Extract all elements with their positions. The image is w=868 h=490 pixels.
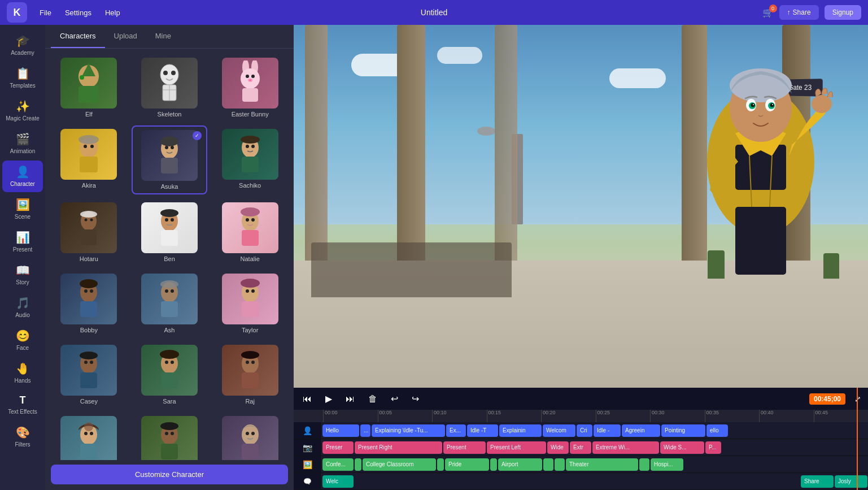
seg-present[interactable]: Present [443, 441, 486, 454]
sidebar-item-filters[interactable]: 🎨 Filters [2, 421, 43, 453]
seg-present-right[interactable]: Present Right [355, 441, 442, 454]
svg-point-52 [90, 289, 93, 293]
svg-point-22 [90, 145, 94, 148]
char-sachiko[interactable]: Sachiko [212, 125, 288, 194]
sidebar-item-story[interactable]: 📖 Story [2, 259, 43, 290]
svg-rect-74 [242, 372, 259, 388]
sidebar-item-hands[interactable]: 🤚 Hands [2, 357, 43, 389]
tab-characters[interactable]: Characters [51, 25, 105, 48]
timeline-undo[interactable]: ↩ [389, 391, 400, 406]
sidebar-item-templates[interactable]: 📋 Templates [2, 62, 43, 94]
seg-confe[interactable]: Confe... [322, 458, 354, 471]
seg-pride[interactable]: Pride [445, 458, 489, 471]
svg-rect-16 [242, 88, 258, 102]
seg-explainin[interactable]: Explainin [499, 424, 542, 437]
seg-welc[interactable]: Welc [322, 475, 354, 488]
seg-idle2[interactable]: Idle - [594, 424, 621, 437]
char-ben[interactable]: Ben [132, 199, 208, 266]
seg-share[interactable]: Share [801, 475, 834, 488]
nav-file[interactable]: File [36, 6, 55, 19]
customize-character-button[interactable]: Customize Character [51, 465, 288, 484]
seg-hello[interactable]: Hello [322, 424, 359, 437]
seg-preser[interactable]: Preser [322, 441, 354, 454]
timeline-redo[interactable]: ↪ [409, 391, 421, 406]
sidebar-item-magic[interactable]: ✨ Magic Create [2, 95, 43, 127]
timeline-expand[interactable]: ⤢ [854, 394, 861, 404]
seg-ex[interactable]: Ex... [446, 424, 466, 437]
seg-empty2[interactable] [555, 458, 565, 471]
seg-hospi[interactable]: Hospi... [651, 458, 683, 471]
seg-josly[interactable]: Josly [835, 475, 867, 488]
seg-agreein[interactable]: Agreein [622, 424, 660, 437]
seg-wide[interactable]: Wide [547, 441, 569, 454]
char-asuka[interactable]: ✓ Asuka [132, 125, 208, 194]
seg-empty1[interactable] [543, 458, 553, 471]
svg-point-86 [165, 432, 168, 435]
seg-extr[interactable]: Extr [570, 441, 591, 454]
seg-pointing[interactable]: Pointing [661, 424, 705, 437]
svg-point-6 [171, 71, 176, 75]
timeline-skip-start[interactable]: ⏮ [300, 392, 314, 406]
nav-help[interactable]: Help [102, 6, 124, 19]
tab-upload[interactable]: Upload [105, 25, 146, 48]
seg-theater[interactable]: Theater [566, 458, 638, 471]
seg-airport[interactable]: Airport [498, 458, 542, 471]
char-elf[interactable]: Elf [51, 54, 127, 121]
char-skeleton[interactable]: Skeleton [132, 54, 208, 121]
sidebar-label-filters: Filters [15, 441, 30, 448]
svg-rect-44 [242, 230, 259, 246]
signup-button[interactable]: Signup [825, 5, 861, 20]
sidebar-item-present[interactable]: 📊 Present [2, 226, 43, 258]
char-casey[interactable]: Casey [51, 341, 127, 408]
char-logan[interactable]: Logan [132, 413, 208, 460]
nav-settings[interactable]: Settings [62, 6, 95, 19]
timeline-skip-end[interactable]: ⏭ [343, 392, 357, 406]
seg-explaining[interactable]: Explaining \Idle -Tu... [372, 424, 445, 437]
seg-extreme-wi[interactable]: Extreme Wi... [592, 441, 659, 454]
seg-college[interactable]: College Classroom [363, 458, 436, 471]
svg-point-51 [84, 289, 88, 293]
tab-mine[interactable]: Mine [146, 25, 180, 48]
char-ash[interactable]: Ash [132, 270, 208, 337]
seg-p[interactable]: P... [705, 441, 721, 454]
svg-point-104 [772, 104, 773, 105]
sidebar-item-character[interactable]: 👤 Character [2, 161, 43, 192]
char-darcy[interactable]: Darcy [51, 413, 127, 460]
char-hotaru[interactable]: Hotaru [51, 199, 127, 266]
seg-cri[interactable]: Cri [577, 424, 592, 437]
seg-ello[interactable]: ello [706, 424, 728, 437]
share-button[interactable]: ↑ Share [779, 5, 819, 20]
char-thumb-bobby [60, 274, 117, 324]
timeline-delete[interactable]: 🗑 [366, 392, 380, 406]
sidebar-item-animation[interactable]: 🎬 Animation [2, 128, 43, 159]
seg-wide-s[interactable]: Wide S... [660, 441, 704, 454]
seg-empty3[interactable] [639, 458, 649, 471]
timeline-play[interactable]: ▶ [323, 391, 334, 406]
seg-dots1[interactable]: ... [360, 424, 370, 437]
seg-welcom[interactable]: Welcom [543, 424, 575, 437]
cart-icon[interactable]: 🛒0 [762, 7, 774, 18]
seg-idle-t[interactable]: Idle -T [467, 424, 498, 437]
sidebar-item-audio[interactable]: 🎵 Audio [2, 292, 43, 323]
playhead[interactable] [857, 388, 858, 490]
seg-present-left[interactable]: Present Left [487, 441, 546, 454]
sidebar-item-scene[interactable]: 🖼️ Scene [2, 193, 43, 225]
char-akira[interactable]: Akira [51, 125, 127, 194]
character-panel: Characters Upload Mine Elf [45, 25, 294, 490]
sidebar-item-texteffects[interactable]: T Text Effects [2, 390, 43, 420]
texteffects-icon: T [20, 394, 26, 406]
char-raj[interactable]: Raj [212, 341, 288, 408]
char-bobby[interactable]: Bobby [51, 270, 127, 337]
char-ariel[interactable]: Ariel [212, 413, 288, 460]
cloud-2 [437, 47, 482, 64]
svg-point-35 [80, 211, 97, 218]
char-easter-bunny[interactable]: Easter Bunny [212, 54, 288, 121]
char-natalie[interactable]: Natalie [212, 199, 288, 266]
char-tabs: Characters Upload Mine [45, 25, 294, 49]
char-name-natalie: Natalie [241, 255, 260, 262]
char-taylor[interactable]: Taylor [212, 270, 288, 337]
chairs-area [311, 206, 512, 297]
sidebar-item-face[interactable]: 😊 Face [2, 324, 43, 356]
char-sara[interactable]: Sara [132, 341, 208, 408]
sidebar-item-academy[interactable]: 🎓 Academy [2, 29, 43, 61]
